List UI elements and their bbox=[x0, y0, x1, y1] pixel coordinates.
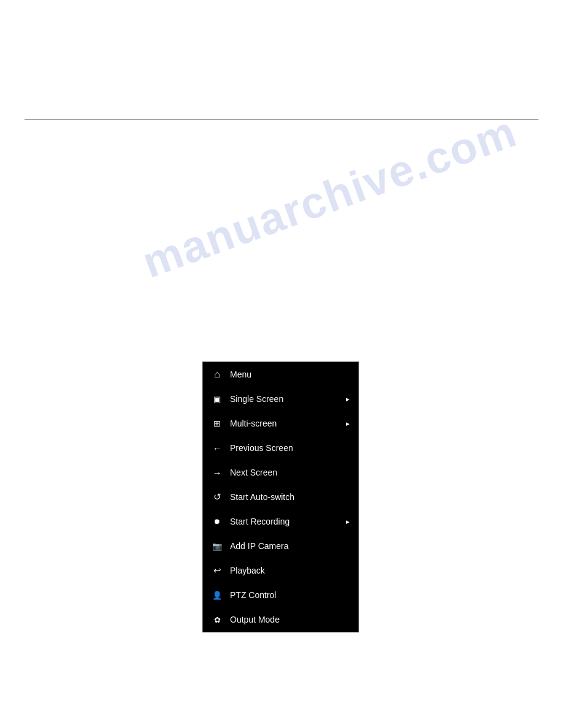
watermark: manuarchive.com bbox=[136, 106, 523, 288]
menu-item-multi-screen[interactable]: Multi-screen ► bbox=[203, 411, 358, 436]
arrow-icon-multi-screen: ► bbox=[345, 420, 351, 427]
menu-item-label-ptz-control: PTZ Control bbox=[230, 590, 351, 600]
menu-item-label-menu: Menu bbox=[230, 370, 351, 379]
context-menu: Menu Single Screen ► Multi-screen ► Prev… bbox=[202, 362, 359, 632]
menu-item-ptz-control[interactable]: PTZ Control bbox=[203, 583, 358, 607]
home-icon bbox=[210, 368, 224, 381]
menu-item-menu[interactable]: Menu bbox=[203, 362, 358, 387]
menu-item-playback[interactable]: Playback bbox=[203, 558, 358, 583]
menu-item-label-auto-switch: Start Auto-switch bbox=[230, 492, 351, 502]
playback-icon bbox=[210, 564, 224, 577]
menu-item-label-playback: Playback bbox=[230, 566, 351, 575]
menu-item-label-single-screen: Single Screen bbox=[230, 394, 342, 404]
arrow-icon-single-screen: ► bbox=[345, 396, 351, 403]
menu-item-label-multi-screen: Multi-screen bbox=[230, 419, 342, 428]
output-icon bbox=[210, 613, 224, 626]
menu-item-label-output-mode: Output Mode bbox=[230, 615, 351, 624]
record-icon bbox=[210, 515, 224, 528]
next-screen-icon bbox=[210, 466, 224, 479]
menu-item-single-screen[interactable]: Single Screen ► bbox=[203, 387, 358, 411]
menu-item-label-start-recording: Start Recording bbox=[230, 517, 342, 526]
camera-icon bbox=[210, 539, 224, 553]
menu-item-label-next-screen: Next Screen bbox=[230, 468, 351, 477]
horizontal-divider bbox=[25, 119, 538, 120]
ptz-icon bbox=[210, 588, 224, 602]
menu-item-add-ip-camera[interactable]: Add IP Camera bbox=[203, 534, 358, 558]
menu-item-next-screen[interactable]: Next Screen bbox=[203, 460, 358, 485]
arrow-icon-start-recording: ► bbox=[345, 518, 351, 525]
menu-item-label-add-ip-camera: Add IP Camera bbox=[230, 541, 351, 551]
menu-item-start-recording[interactable]: Start Recording ► bbox=[203, 509, 358, 534]
auto-switch-icon bbox=[210, 490, 224, 504]
menu-item-previous-screen[interactable]: Previous Screen bbox=[203, 436, 358, 460]
menu-item-auto-switch[interactable]: Start Auto-switch bbox=[203, 485, 358, 509]
single-screen-icon bbox=[210, 392, 224, 406]
multi-screen-icon bbox=[210, 417, 224, 430]
prev-screen-icon bbox=[210, 441, 224, 455]
menu-item-label-previous-screen: Previous Screen bbox=[230, 443, 351, 453]
menu-item-output-mode[interactable]: Output Mode bbox=[203, 607, 358, 632]
